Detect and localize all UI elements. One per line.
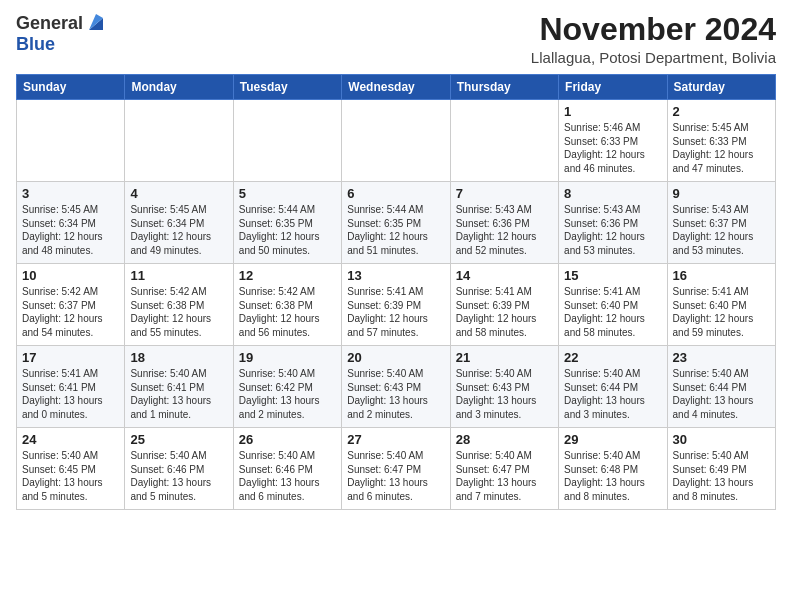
calendar-cell: 16Sunrise: 5:41 AM Sunset: 6:40 PM Dayli… [667,264,775,346]
cell-info-text: Sunrise: 5:42 AM Sunset: 6:38 PM Dayligh… [130,285,227,339]
cell-info-text: Sunrise: 5:40 AM Sunset: 6:46 PM Dayligh… [239,449,336,503]
weekday-header: Friday [559,75,667,100]
cell-info-text: Sunrise: 5:42 AM Sunset: 6:37 PM Dayligh… [22,285,119,339]
calendar-week-row: 1Sunrise: 5:46 AM Sunset: 6:33 PM Daylig… [17,100,776,182]
cell-day-number: 12 [239,268,336,283]
cell-day-number: 8 [564,186,661,201]
calendar-cell [125,100,233,182]
cell-day-number: 20 [347,350,444,365]
calendar-cell: 17Sunrise: 5:41 AM Sunset: 6:41 PM Dayli… [17,346,125,428]
cell-day-number: 11 [130,268,227,283]
cell-info-text: Sunrise: 5:44 AM Sunset: 6:35 PM Dayligh… [239,203,336,257]
calendar-table: SundayMondayTuesdayWednesdayThursdayFrid… [16,74,776,510]
calendar-cell: 14Sunrise: 5:41 AM Sunset: 6:39 PM Dayli… [450,264,558,346]
month-title: November 2024 [531,12,776,47]
cell-info-text: Sunrise: 5:40 AM Sunset: 6:49 PM Dayligh… [673,449,770,503]
cell-info-text: Sunrise: 5:40 AM Sunset: 6:48 PM Dayligh… [564,449,661,503]
calendar-cell: 4Sunrise: 5:45 AM Sunset: 6:34 PM Daylig… [125,182,233,264]
cell-info-text: Sunrise: 5:41 AM Sunset: 6:39 PM Dayligh… [347,285,444,339]
calendar-cell [233,100,341,182]
calendar-cell: 12Sunrise: 5:42 AM Sunset: 6:38 PM Dayli… [233,264,341,346]
cell-info-text: Sunrise: 5:40 AM Sunset: 6:43 PM Dayligh… [456,367,553,421]
weekday-header-row: SundayMondayTuesdayWednesdayThursdayFrid… [17,75,776,100]
cell-day-number: 22 [564,350,661,365]
calendar-page: General Blue November 2024 Llallagua, Po… [0,0,792,612]
cell-info-text: Sunrise: 5:40 AM Sunset: 6:44 PM Dayligh… [564,367,661,421]
cell-day-number: 14 [456,268,553,283]
cell-day-number: 17 [22,350,119,365]
cell-day-number: 28 [456,432,553,447]
cell-info-text: Sunrise: 5:40 AM Sunset: 6:45 PM Dayligh… [22,449,119,503]
calendar-cell: 11Sunrise: 5:42 AM Sunset: 6:38 PM Dayli… [125,264,233,346]
calendar-cell: 22Sunrise: 5:40 AM Sunset: 6:44 PM Dayli… [559,346,667,428]
calendar-week-row: 10Sunrise: 5:42 AM Sunset: 6:37 PM Dayli… [17,264,776,346]
cell-day-number: 29 [564,432,661,447]
cell-info-text: Sunrise: 5:41 AM Sunset: 6:41 PM Dayligh… [22,367,119,421]
cell-day-number: 23 [673,350,770,365]
calendar-cell: 23Sunrise: 5:40 AM Sunset: 6:44 PM Dayli… [667,346,775,428]
cell-day-number: 4 [130,186,227,201]
calendar-cell [342,100,450,182]
calendar-cell: 21Sunrise: 5:40 AM Sunset: 6:43 PM Dayli… [450,346,558,428]
cell-info-text: Sunrise: 5:43 AM Sunset: 6:37 PM Dayligh… [673,203,770,257]
cell-day-number: 27 [347,432,444,447]
logo-icon [85,12,107,34]
cell-info-text: Sunrise: 5:40 AM Sunset: 6:47 PM Dayligh… [456,449,553,503]
cell-info-text: Sunrise: 5:41 AM Sunset: 6:40 PM Dayligh… [564,285,661,339]
calendar-cell: 20Sunrise: 5:40 AM Sunset: 6:43 PM Dayli… [342,346,450,428]
cell-day-number: 16 [673,268,770,283]
cell-info-text: Sunrise: 5:42 AM Sunset: 6:38 PM Dayligh… [239,285,336,339]
logo-general-text: General [16,13,83,34]
cell-info-text: Sunrise: 5:43 AM Sunset: 6:36 PM Dayligh… [564,203,661,257]
cell-info-text: Sunrise: 5:40 AM Sunset: 6:46 PM Dayligh… [130,449,227,503]
cell-info-text: Sunrise: 5:40 AM Sunset: 6:42 PM Dayligh… [239,367,336,421]
calendar-cell: 26Sunrise: 5:40 AM Sunset: 6:46 PM Dayli… [233,428,341,510]
calendar-cell: 9Sunrise: 5:43 AM Sunset: 6:37 PM Daylig… [667,182,775,264]
cell-day-number: 7 [456,186,553,201]
calendar-cell: 15Sunrise: 5:41 AM Sunset: 6:40 PM Dayli… [559,264,667,346]
calendar-cell: 6Sunrise: 5:44 AM Sunset: 6:35 PM Daylig… [342,182,450,264]
calendar-cell: 3Sunrise: 5:45 AM Sunset: 6:34 PM Daylig… [17,182,125,264]
cell-info-text: Sunrise: 5:41 AM Sunset: 6:39 PM Dayligh… [456,285,553,339]
weekday-header: Saturday [667,75,775,100]
cell-info-text: Sunrise: 5:40 AM Sunset: 6:43 PM Dayligh… [347,367,444,421]
weekday-header: Thursday [450,75,558,100]
cell-info-text: Sunrise: 5:40 AM Sunset: 6:41 PM Dayligh… [130,367,227,421]
calendar-week-row: 3Sunrise: 5:45 AM Sunset: 6:34 PM Daylig… [17,182,776,264]
title-block: November 2024 Llallagua, Potosi Departme… [531,12,776,66]
calendar-cell: 29Sunrise: 5:40 AM Sunset: 6:48 PM Dayli… [559,428,667,510]
cell-day-number: 5 [239,186,336,201]
weekday-header: Monday [125,75,233,100]
weekday-header: Sunday [17,75,125,100]
calendar-cell [450,100,558,182]
cell-day-number: 26 [239,432,336,447]
cell-info-text: Sunrise: 5:45 AM Sunset: 6:34 PM Dayligh… [130,203,227,257]
cell-day-number: 10 [22,268,119,283]
cell-day-number: 24 [22,432,119,447]
calendar-cell: 7Sunrise: 5:43 AM Sunset: 6:36 PM Daylig… [450,182,558,264]
cell-day-number: 1 [564,104,661,119]
calendar-cell: 19Sunrise: 5:40 AM Sunset: 6:42 PM Dayli… [233,346,341,428]
cell-info-text: Sunrise: 5:40 AM Sunset: 6:47 PM Dayligh… [347,449,444,503]
cell-day-number: 30 [673,432,770,447]
calendar-cell: 30Sunrise: 5:40 AM Sunset: 6:49 PM Dayli… [667,428,775,510]
cell-day-number: 21 [456,350,553,365]
calendar-cell: 8Sunrise: 5:43 AM Sunset: 6:36 PM Daylig… [559,182,667,264]
calendar-week-row: 24Sunrise: 5:40 AM Sunset: 6:45 PM Dayli… [17,428,776,510]
location-title: Llallagua, Potosi Department, Bolivia [531,49,776,66]
cell-info-text: Sunrise: 5:44 AM Sunset: 6:35 PM Dayligh… [347,203,444,257]
weekday-header: Wednesday [342,75,450,100]
calendar-cell: 13Sunrise: 5:41 AM Sunset: 6:39 PM Dayli… [342,264,450,346]
logo: General Blue [16,12,107,55]
calendar-cell: 24Sunrise: 5:40 AM Sunset: 6:45 PM Dayli… [17,428,125,510]
cell-info-text: Sunrise: 5:40 AM Sunset: 6:44 PM Dayligh… [673,367,770,421]
cell-day-number: 18 [130,350,227,365]
cell-day-number: 2 [673,104,770,119]
cell-info-text: Sunrise: 5:45 AM Sunset: 6:34 PM Dayligh… [22,203,119,257]
header: General Blue November 2024 Llallagua, Po… [16,12,776,66]
cell-day-number: 19 [239,350,336,365]
logo-blue-text: Blue [16,34,55,54]
calendar-cell [17,100,125,182]
cell-info-text: Sunrise: 5:45 AM Sunset: 6:33 PM Dayligh… [673,121,770,175]
calendar-week-row: 17Sunrise: 5:41 AM Sunset: 6:41 PM Dayli… [17,346,776,428]
